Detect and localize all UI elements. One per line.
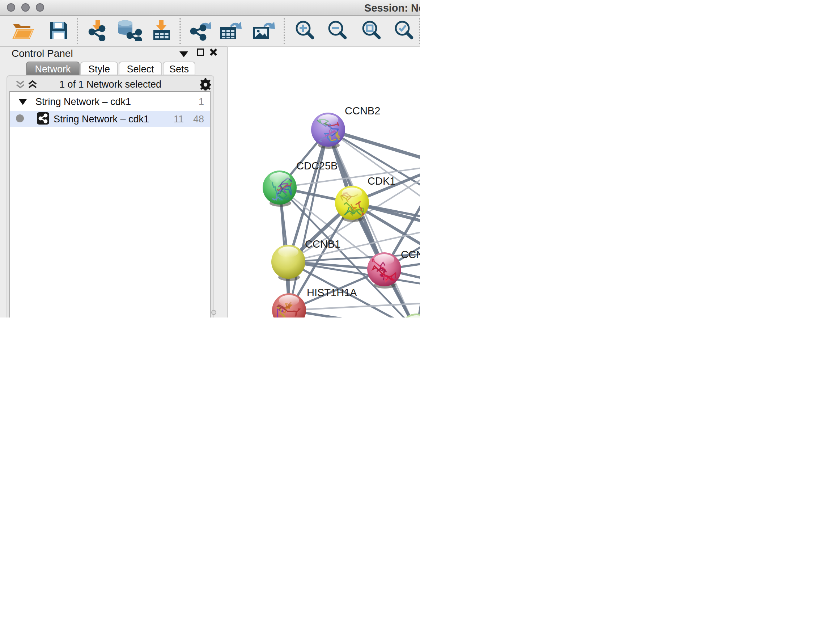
svg-text:CDK1: CDK1: [368, 175, 395, 187]
svg-text:CCNA2: CCNA2: [401, 249, 420, 260]
svg-text:HIST1H1A: HIST1H1A: [307, 287, 357, 298]
svg-text:CCNB1: CCNB1: [305, 238, 340, 250]
svg-text:CCNB2: CCNB2: [345, 105, 380, 117]
svg-text:CDC25B: CDC25B: [296, 160, 338, 172]
